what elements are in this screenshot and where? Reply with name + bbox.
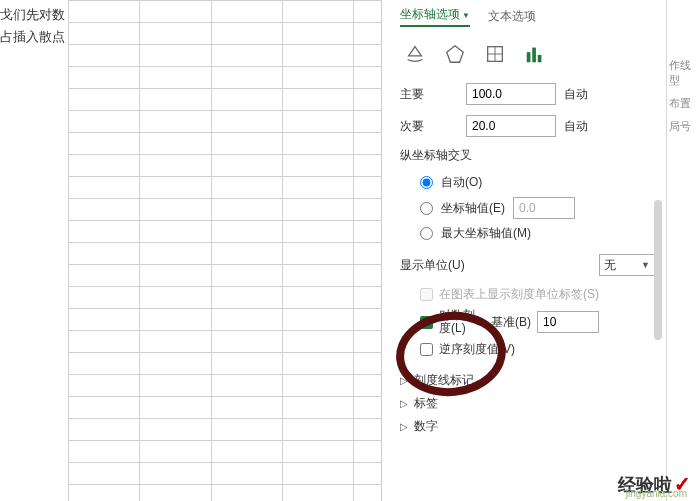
svg-rect-5 xyxy=(532,48,536,63)
chevron-down-icon: ▼ xyxy=(462,11,470,20)
major-unit-input[interactable] xyxy=(466,83,556,105)
minor-unit-label: 次要 xyxy=(400,118,458,135)
svg-marker-0 xyxy=(447,46,464,63)
triangle-right-icon: ▷ xyxy=(400,375,408,386)
crosses-max-radio[interactable] xyxy=(420,227,433,240)
crosses-value-input[interactable] xyxy=(513,197,575,219)
tab-axis-options[interactable]: 坐标轴选项▼ xyxy=(400,6,470,27)
tab-axis-label: 坐标轴选项 xyxy=(400,7,460,21)
log-scale-label: 对数刻度(L) xyxy=(439,309,475,335)
format-axis-panel: 坐标轴选项▼ 文本选项 主要 自动 次要 自动 纵坐标轴交叉 自动(O) 坐标轴… xyxy=(384,0,667,501)
context-text-line1: 戈们先对数 xyxy=(0,4,65,26)
triangle-right-icon: ▷ xyxy=(400,398,408,409)
show-unit-labels-text: 在图表上显示刻度单位标签(S) xyxy=(439,286,599,303)
scrollbar-thumb[interactable] xyxy=(654,200,662,340)
fill-line-icon[interactable] xyxy=(404,43,426,65)
svg-rect-6 xyxy=(538,55,542,62)
major-unit-label: 主要 xyxy=(400,86,458,103)
spreadsheet-grid[interactable] xyxy=(68,0,382,501)
minor-unit-input[interactable] xyxy=(466,115,556,137)
right-item-3[interactable]: 局号 xyxy=(667,115,697,138)
display-units-value: 无 xyxy=(604,257,616,274)
right-item-2[interactable]: 布置 xyxy=(667,92,697,115)
expander-number[interactable]: ▷ 数字 xyxy=(400,418,655,435)
spreadsheet-area[interactable] xyxy=(68,0,382,501)
reverse-order-label: 逆序刻度值(V) xyxy=(439,341,515,358)
display-units-select[interactable]: 无 ▼ xyxy=(599,254,655,276)
watermark-url: jingyanla.com xyxy=(626,488,687,499)
crosses-max-label: 最大坐标轴值(M) xyxy=(441,225,531,242)
expander-ticks[interactable]: ▷ 刻度线标记 xyxy=(400,372,655,389)
expander-labels[interactable]: ▷ 标签 xyxy=(400,395,655,412)
triangle-right-icon: ▷ xyxy=(400,421,408,432)
log-scale-checkbox[interactable] xyxy=(420,316,433,329)
right-item-1[interactable]: 作线型 xyxy=(667,54,697,92)
crosses-title: 纵坐标轴交叉 xyxy=(400,147,655,164)
context-text-line2: 占插入散点 xyxy=(0,26,65,48)
log-base-input[interactable] xyxy=(537,311,599,333)
expander-number-label: 数字 xyxy=(414,418,438,435)
effects-icon[interactable] xyxy=(444,43,466,65)
tab-text-options[interactable]: 文本选项 xyxy=(488,8,536,25)
crosses-value-radio[interactable] xyxy=(420,202,433,215)
major-auto-label: 自动 xyxy=(564,86,588,103)
expander-labels-label: 标签 xyxy=(414,395,438,412)
expander-ticks-label: 刻度线标记 xyxy=(414,372,474,389)
crosses-auto-label: 自动(O) xyxy=(441,174,482,191)
display-units-label: 显示单位(U) xyxy=(400,257,591,274)
reverse-order-checkbox[interactable] xyxy=(420,343,433,356)
right-sidebar: 作线型 布置 局号 xyxy=(666,0,697,501)
log-base-label: 基准(B) xyxy=(491,314,531,331)
axis-options-icon[interactable] xyxy=(524,43,546,65)
svg-rect-4 xyxy=(527,52,531,62)
size-properties-icon[interactable] xyxy=(484,43,506,65)
show-unit-labels-checkbox xyxy=(420,288,433,301)
crosses-value-label: 坐标轴值(E) xyxy=(441,200,505,217)
chevron-down-icon: ▼ xyxy=(641,260,650,270)
minor-auto-label: 自动 xyxy=(564,118,588,135)
crosses-auto-radio[interactable] xyxy=(420,176,433,189)
